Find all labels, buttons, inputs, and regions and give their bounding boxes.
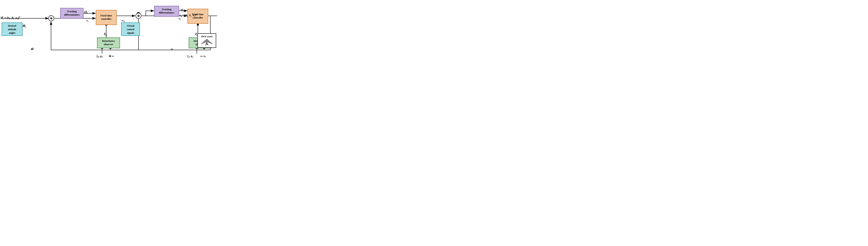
- z1-label: z1: [86, 19, 89, 23]
- control-diagram: 𝛀d = [αd βd μd]T Desiredattitudeangles 𝛀…: [0, 0, 217, 62]
- sum2-plus: +: [136, 12, 138, 14]
- sum2-minus: −: [133, 17, 134, 20]
- dof-model-box: 6DOF model: [197, 33, 216, 48]
- desired-attitude-box: Desiredattitudeangles: [2, 23, 23, 36]
- input-omega-label: 𝛀d = [αd βd μd]T: [0, 16, 21, 20]
- omega-d-mid-label: ωd: [122, 19, 125, 23]
- aircraft-icon: [200, 38, 213, 46]
- tracking-diff-1-box: Trackingdifferentiators: [60, 8, 84, 19]
- f-omega-g-omega-label: fΩ, gΩ: [97, 55, 103, 58]
- diagram-lines: [0, 0, 217, 62]
- omega-ud-label: ω, ud: [200, 55, 206, 58]
- sum1-plus: +: [49, 14, 51, 16]
- dof-label: 6DOF model: [201, 35, 212, 38]
- omega-right-label: ω: [171, 47, 173, 51]
- output-ud-label: ud = [δa δe δr]T: [179, 13, 197, 17]
- omega-dot-d-right-label: ω̇d: [180, 8, 184, 12]
- tracking-diff-2-box: Trackingdifferentiators: [154, 6, 179, 16]
- fixed-time-ctrl-1-box: Fixed-timecontroller: [96, 10, 117, 25]
- f-w-g-w-label: fω, gω: [187, 55, 193, 58]
- z-hat-12-label: ẑ12: [104, 32, 107, 36]
- omega-dot-d-label: Ω̇d: [84, 10, 88, 14]
- virtual-signals-box: Virtualcontrolsignals: [121, 23, 140, 36]
- sum1-minus: −: [45, 20, 46, 22]
- omega-omega-label: 𝛀, ω: [109, 55, 114, 58]
- omega-feedback-label: 𝛀: [31, 47, 33, 51]
- omega-d-lower-label: 𝛀d: [23, 24, 26, 28]
- disturbance-obs-1-box: Disturbanceobserver: [97, 37, 120, 48]
